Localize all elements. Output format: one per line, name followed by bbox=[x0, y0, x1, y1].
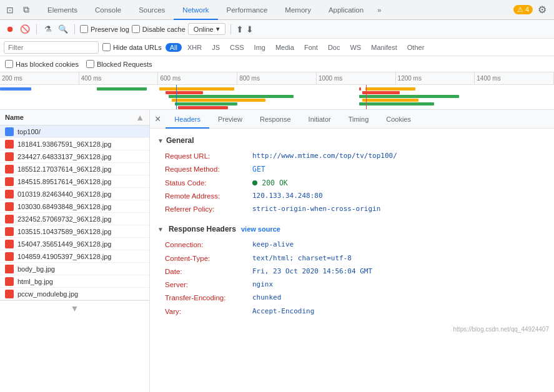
filter-input[interactable] bbox=[4, 41, 99, 54]
filter-icon[interactable]: ⚗ bbox=[42, 23, 54, 36]
import-icon[interactable]: ⬆ bbox=[236, 24, 244, 34]
tab-network[interactable]: Network bbox=[174, 0, 217, 20]
date-key: Date: bbox=[165, 267, 252, 277]
file-icon bbox=[5, 152, 14, 161]
referrer-policy-value: strict-origin-when-cross-origin bbox=[252, 204, 380, 215]
more-tabs-button[interactable]: » bbox=[372, 6, 386, 14]
inspect-icon[interactable]: ⊡ bbox=[2, 2, 17, 17]
filter-btn-manifest[interactable]: Manifest bbox=[367, 43, 402, 52]
list-item[interactable]: 232452.57069732_96X128.jpg bbox=[0, 213, 149, 225]
file-name: 010319.82463440_96X128.jpg bbox=[17, 190, 111, 198]
blocked-requests-checkbox[interactable] bbox=[86, 60, 94, 68]
file-icon bbox=[5, 290, 14, 298]
scroll-up[interactable]: ▲ bbox=[136, 112, 144, 122]
referrer-policy-row: Referrer Policy: strict-origin-when-cros… bbox=[157, 203, 547, 216]
tab-elements[interactable]: Elements bbox=[39, 0, 86, 20]
list-item[interactable]: 185512.17037614_96X128.jpg bbox=[0, 163, 149, 175]
transfer-encoding-key: Transfer-Encoding: bbox=[165, 293, 252, 303]
tab-cookies[interactable]: Cookies bbox=[377, 110, 420, 129]
file-icon bbox=[5, 190, 14, 198]
list-item[interactable]: 010319.82463440_96X128.jpg bbox=[0, 188, 149, 200]
hide-data-urls-checkbox[interactable] bbox=[102, 43, 111, 51]
filter-btn-xhr[interactable]: XHR bbox=[183, 43, 206, 52]
filter-btn-doc[interactable]: Doc bbox=[324, 43, 345, 52]
has-blocked-cookies-label[interactable]: Has blocked cookies bbox=[5, 60, 79, 68]
tab-response[interactable]: Response bbox=[251, 110, 300, 129]
list-item[interactable]: pccw_modulebg.jpg bbox=[0, 288, 149, 300]
file-name: pccw_modulebg.jpg bbox=[17, 290, 78, 298]
list-item[interactable]: 181841.93867591_96X128.jpg bbox=[0, 138, 149, 150]
list-item[interactable]: 103515.10437589_96X128.jpg bbox=[0, 225, 149, 238]
scroll-down[interactable]: ▼ bbox=[71, 303, 79, 313]
hide-data-urls-label[interactable]: Hide data URLs bbox=[102, 43, 162, 51]
tab-performance[interactable]: Performance bbox=[218, 0, 277, 20]
list-item[interactable]: 104859.41905397_96X128.jpg bbox=[0, 250, 149, 263]
file-icon bbox=[5, 265, 14, 273]
preserve-log-label[interactable]: Preserve log bbox=[80, 25, 129, 33]
device-icon[interactable]: ⧉ bbox=[19, 2, 34, 17]
settings-icon[interactable]: ⚙ bbox=[538, 4, 547, 16]
file-list-header: Name ▲ bbox=[0, 110, 149, 125]
general-section-header[interactable]: ▼ General bbox=[157, 134, 547, 147]
list-item[interactable]: 103030.68493848_96X128.jpg bbox=[0, 200, 149, 213]
content-type-row: Content-Type: text/html; charset=utf-8 bbox=[157, 252, 547, 265]
date-row: Date: Fri, 23 Oct 2020 14:56:04 GMT bbox=[157, 265, 547, 278]
tab-application[interactable]: Application bbox=[320, 0, 372, 20]
file-name: body_bg.jpg bbox=[17, 265, 55, 273]
tab-console[interactable]: Console bbox=[86, 0, 130, 20]
filter-btn-img[interactable]: Img bbox=[250, 43, 270, 52]
tick-600ms: 600 ms bbox=[158, 72, 237, 84]
disable-cache-label[interactable]: Disable cache bbox=[132, 25, 185, 33]
blocked-requests-label[interactable]: Blocked Requests bbox=[86, 60, 152, 68]
network-toolbar: ⏺ 🚫 ⚗ 🔍 Preserve log Disable cache Onlin… bbox=[0, 20, 554, 39]
devtools-icons: ⊡ ⧉ bbox=[2, 2, 34, 17]
file-icon bbox=[5, 240, 14, 248]
disable-cache-checkbox[interactable] bbox=[132, 25, 140, 33]
tab-sources[interactable]: Sources bbox=[130, 0, 174, 20]
connection-row: Connection: keep-alive bbox=[157, 238, 547, 252]
main-content: Name ▲ top100/ 181841.93867591_96X128.jp… bbox=[0, 110, 554, 392]
list-item[interactable]: body_bg.jpg bbox=[0, 263, 149, 275]
request-method-value: GET bbox=[252, 164, 265, 175]
tab-initiator[interactable]: Initiator bbox=[300, 110, 340, 129]
file-name: 234427.64833137_96X128.jpg bbox=[17, 153, 111, 160]
list-item[interactable]: top100/ bbox=[0, 125, 149, 138]
filter-btn-media[interactable]: Media bbox=[271, 43, 299, 52]
tab-timing[interactable]: Timing bbox=[340, 110, 378, 129]
stop-record-button[interactable]: 🚫 bbox=[19, 23, 31, 36]
filter-btn-all[interactable]: All bbox=[166, 43, 182, 52]
tab-headers[interactable]: Headers bbox=[166, 110, 209, 129]
export-icon[interactable]: ⬇ bbox=[246, 24, 254, 34]
close-detail-button[interactable]: × bbox=[150, 110, 166, 129]
response-headers-section-header[interactable]: ▼ Response Headers view source bbox=[157, 222, 547, 236]
filter-btn-ws[interactable]: WS bbox=[345, 43, 365, 52]
warning-badge[interactable]: ⚠ 4 bbox=[513, 5, 533, 14]
filter-btn-js[interactable]: JS bbox=[207, 43, 224, 52]
view-source-link[interactable]: view source bbox=[241, 225, 280, 233]
headers-content: ▼ General Request URL: http://www.mtime.… bbox=[150, 129, 554, 323]
file-name: 181841.93867591_96X128.jpg bbox=[17, 140, 111, 148]
server-value: nginx bbox=[252, 280, 273, 290]
tick-400ms: 400 ms bbox=[79, 72, 159, 84]
preserve-log-checkbox[interactable] bbox=[80, 25, 88, 33]
tab-preview[interactable]: Preview bbox=[209, 110, 251, 129]
search-icon[interactable]: 🔍 bbox=[57, 23, 69, 36]
content-type-value: text/html; charset=utf-8 bbox=[252, 253, 352, 264]
list-item[interactable]: html_bg.jpg bbox=[0, 275, 149, 288]
filter-btn-other[interactable]: Other bbox=[403, 43, 429, 52]
filter-btn-css[interactable]: CSS bbox=[225, 43, 249, 52]
status-code-value: 200 OK bbox=[252, 178, 288, 189]
general-section-title: General bbox=[166, 136, 194, 145]
timeline[interactable]: 200 ms 400 ms 600 ms 800 ms 1000 ms 1200… bbox=[0, 72, 554, 110]
collapse-response-icon: ▼ bbox=[157, 226, 164, 233]
list-item[interactable]: 184515.89517614_96X128.jpg bbox=[0, 175, 149, 188]
record-button[interactable]: ⏺ bbox=[4, 23, 16, 36]
scroll-down-container: ▼ bbox=[0, 300, 149, 316]
right-panel: × Headers Preview Response Initiator Tim… bbox=[150, 110, 554, 392]
filter-btn-font[interactable]: Font bbox=[300, 43, 322, 52]
throttle-dropdown[interactable]: Online ▾ bbox=[188, 23, 225, 35]
list-item[interactable]: 234427.64833137_96X128.jpg bbox=[0, 150, 149, 163]
has-blocked-cookies-checkbox[interactable] bbox=[5, 60, 13, 68]
tab-memory[interactable]: Memory bbox=[276, 0, 320, 20]
list-item[interactable]: 154047.35651449_96X128.jpg bbox=[0, 238, 149, 250]
